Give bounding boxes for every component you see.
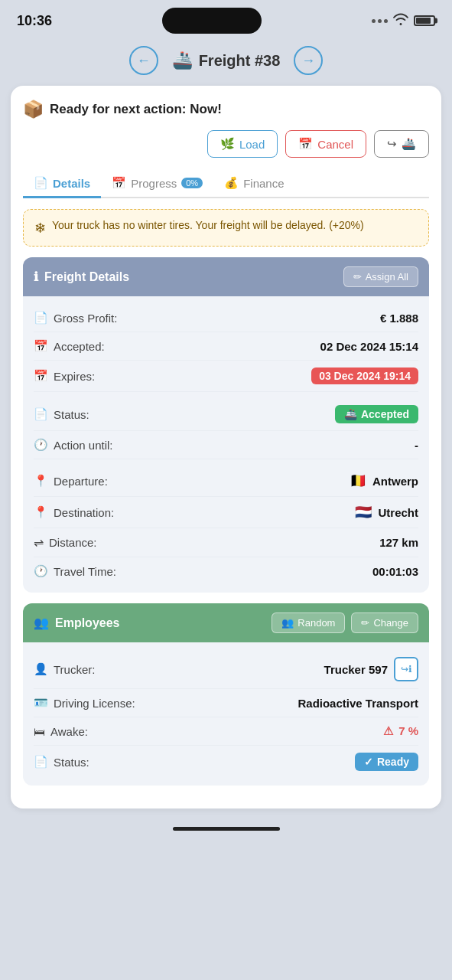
clock-icon: 🕐: [34, 438, 48, 452]
status-bar: 10:36: [0, 0, 452, 38]
employees-icon: 👥: [34, 616, 49, 630]
detail-row-departure: 📍 Departure: 🇧🇪 Antwerp: [34, 466, 418, 497]
cal-icon-accepted: 📅: [34, 339, 48, 353]
distance-icon: ⇌: [34, 535, 44, 550]
pin-icon-departure: 📍: [34, 474, 48, 488]
battery-icon: [414, 15, 435, 26]
forward-button[interactable]: →: [294, 46, 323, 75]
transfer-info-icon: ↪: [401, 664, 408, 675]
nav-bar: ← 🚢 Freight #38 →: [0, 38, 452, 86]
freight-detail-rows: 📄 Gross Profit: € 1.888 📅 Accepted: 02 D…: [23, 296, 429, 593]
cal-icon-expires: 📅: [34, 369, 48, 383]
tab-details[interactable]: 📄 Details: [23, 170, 101, 198]
detail-row-travel-time: 🕐 Travel Time: 00:01:03: [34, 557, 418, 585]
pin-icon-destination: 📍: [34, 505, 48, 519]
home-bar: [173, 827, 280, 831]
status-time: 10:36: [17, 13, 52, 29]
cancel-icon: 📅: [298, 137, 313, 151]
freight-icon: 🚢: [172, 51, 193, 70]
checkmark-icon: ✓: [364, 756, 373, 768]
change-button[interactable]: ✏ Change: [351, 612, 418, 633]
detail-row-distance: ⇌ Distance: 127 km: [34, 528, 418, 557]
detail-row-destination: 📍 Destination: 🇳🇱 Utrecht: [34, 497, 418, 528]
winter-tires-warning: ❄ Your truck has no winter tires. Your f…: [23, 209, 429, 247]
detail-row-expires: 📅 Expires: 03 Dec 2024 19:14: [34, 361, 418, 392]
change-icon: ✏: [361, 617, 369, 629]
ready-status-badge: ✓ Ready: [355, 753, 418, 771]
employees-section: 👥 Employees 👥 Random ✏ Change 👤 Trucke: [23, 603, 429, 786]
back-arrow-icon: ←: [137, 53, 151, 69]
signal-dots: [372, 19, 388, 23]
transfer-button[interactable]: ↪ 🚢: [374, 130, 429, 158]
progress-badge: 0%: [181, 178, 203, 188]
random-button[interactable]: 👥 Random: [272, 612, 345, 633]
awake-icon: 🛏: [34, 725, 45, 738]
load-icon: 🌿: [220, 137, 235, 151]
detail-row-trucker: 👤 Trucker: Trucker 597 ↪ ℹ: [34, 650, 418, 689]
clock-icon-travel: 🕐: [34, 564, 48, 578]
freight-details-header: ℹ Freight Details ✏ Assign All: [23, 257, 429, 296]
back-button[interactable]: ←: [129, 46, 158, 75]
detail-row-awake: 🛏 Awake: ⚠ 7 %: [34, 717, 418, 746]
doc-icon: 📄: [34, 311, 48, 325]
tab-finance[interactable]: 💰 Finance: [213, 170, 294, 198]
emp-status-icon: 📄: [34, 755, 48, 769]
progress-icon: 📅: [112, 176, 126, 190]
warning-triangle-icon: ⚠: [383, 724, 393, 737]
detail-row-license: 🪪 Driving License: Radioactive Transport: [34, 689, 418, 717]
random-icon: 👥: [281, 617, 294, 629]
employee-detail-rows: 👤 Trucker: Trucker 597 ↪ ℹ 🪪 Driving Lic…: [23, 642, 429, 786]
transfer-icon: ↪: [387, 137, 397, 151]
main-card: 📦 Ready for next action: Now! 🌿 Load 📅 C…: [11, 86, 441, 808]
detail-row-emp-status: 📄 Status: ✓ Ready: [34, 746, 418, 778]
trucker-icon: 👤: [34, 662, 48, 676]
freight-details-section: ℹ Freight Details ✏ Assign All 📄 Gross P…: [23, 257, 429, 593]
details-icon: 📄: [34, 176, 48, 190]
load-button[interactable]: 🌿 Load: [207, 130, 278, 158]
accepted-icon: 🚢: [344, 408, 357, 420]
forward-arrow-icon: →: [301, 53, 315, 69]
finance-icon: 💰: [224, 176, 239, 190]
cancel-button[interactable]: 📅 Cancel: [285, 130, 366, 158]
assign-icon: ✏: [353, 271, 362, 283]
tabs: 📄 Details 📅 Progress 0% 💰 Finance: [23, 170, 429, 198]
netherlands-flag: 🇳🇱: [355, 505, 372, 520]
info-circle-icon: ℹ: [408, 664, 412, 675]
status-icons: [372, 13, 435, 29]
detail-row-gross-profit: 📄 Gross Profit: € 1.888: [34, 304, 418, 332]
trucker-info-button[interactable]: ↪ ℹ: [394, 657, 418, 681]
belgium-flag: 🇧🇪: [350, 473, 366, 488]
license-icon: 🪪: [34, 696, 48, 710]
status-doc-icon: 📄: [34, 407, 48, 421]
transfer-icon2: 🚢: [402, 137, 416, 151]
ready-banner-icon: 📦: [23, 100, 44, 119]
detail-row-action-until: 🕐 Action until: -: [34, 431, 418, 459]
ready-banner: 📦 Ready for next action: Now!: [23, 100, 429, 119]
snowflake-icon: ❄: [34, 220, 46, 237]
page-title: 🚢 Freight #38: [172, 51, 281, 70]
assign-all-button[interactable]: ✏ Assign All: [343, 266, 418, 287]
detail-row-status: 📄 Status: 🚢 Accepted: [34, 398, 418, 431]
info-icon: ℹ: [34, 270, 38, 284]
tab-progress[interactable]: 📅 Progress 0%: [101, 170, 213, 198]
employees-header: 👥 Employees 👥 Random ✏ Change: [23, 603, 429, 642]
home-indicator: [0, 819, 452, 835]
action-buttons: 🌿 Load 📅 Cancel ↪ 🚢: [23, 130, 429, 158]
dynamic-island: [162, 8, 262, 34]
detail-row-accepted: 📅 Accepted: 02 Dec 2024 15:14: [34, 332, 418, 361]
wifi-icon: [392, 13, 409, 29]
